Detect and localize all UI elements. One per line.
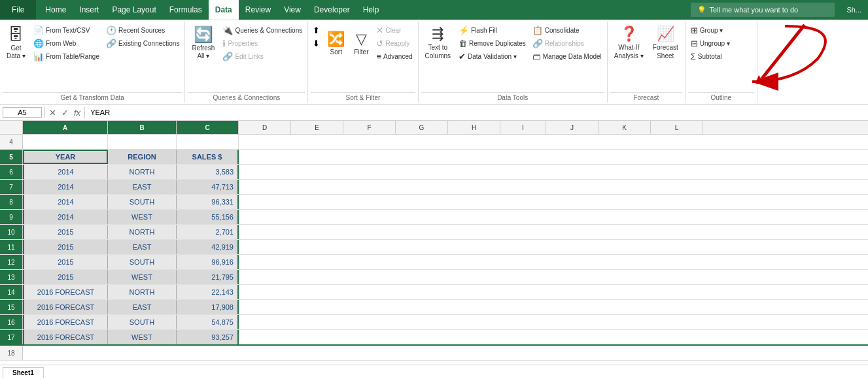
recent-sources-button[interactable]: 🕐 Recent Sources [103,24,182,37]
cell-B17[interactable]: WEST [108,330,177,344]
menu-formulas[interactable]: Formulas [163,0,209,20]
cell-B5[interactable]: REGION [108,150,177,164]
confirm-icon[interactable]: ✓ [60,108,70,118]
menu-review[interactable]: Review [239,0,277,20]
col-header-G[interactable]: G [396,121,448,134]
what-if-button[interactable]: ❓ What-IfAnalysis ▾ [610,22,648,64]
col-header-H[interactable]: H [448,121,500,134]
cell-B11[interactable]: EAST [108,240,177,254]
get-data-button[interactable]: 🗄 GetData ▾ [3,22,29,64]
menu-help[interactable]: Help [356,0,386,20]
cell-B7[interactable]: EAST [108,180,177,194]
menu-developer[interactable]: Developer [307,0,356,20]
cell-C15[interactable]: 17,908 [177,300,239,314]
cell-B12[interactable]: SOUTH [108,255,177,269]
tell-me-box[interactable]: 💡 Tell me what you want to do [691,3,835,17]
sort-az-button[interactable]: ⬆ [311,24,322,37]
cell-A4[interactable] [23,135,108,149]
file-button[interactable]: File [0,0,36,20]
cell-C13[interactable]: 21,795 [177,270,239,284]
cell-A5[interactable]: YEAR [23,150,108,164]
consolidate-button[interactable]: 📋 Consolidate [530,24,604,37]
cell-C12[interactable]: 96,916 [177,255,239,269]
cell-A7[interactable]: 2014 [23,180,108,194]
clear-button[interactable]: ✕ Clear [373,24,415,37]
cell-B15[interactable]: EAST [108,300,177,314]
edit-links-button[interactable]: 🔗 Edit Links [220,50,305,63]
menu-data[interactable]: Data [209,0,239,20]
cell-A6[interactable]: 2014 [23,165,108,179]
reapply-button[interactable]: ↺ Reapply [373,37,415,50]
from-web-button[interactable]: 🌐 From Web [31,37,102,50]
ungroup-button[interactable]: ⊟ Ungroup ▾ [688,37,733,50]
sort-za-button[interactable]: ⬇ [311,37,322,50]
cell-A11[interactable]: 2015 [23,240,108,254]
cell-C7[interactable]: 47,713 [177,180,239,194]
filter-button[interactable]: ▽ Filter [350,22,372,64]
name-box[interactable] [3,107,42,118]
cell-B10[interactable]: NORTH [108,225,177,239]
sheet-tab-sheet1[interactable]: Sheet1 [3,367,44,378]
text-to-columns-button[interactable]: ⇶ Text toColumns [421,22,455,64]
cell-B8[interactable]: SOUTH [108,195,177,209]
cell-C17[interactable]: 93,257 [177,330,239,344]
cell-C6[interactable]: 3,583 [177,165,239,179]
col-header-J[interactable]: J [546,121,599,134]
cell-A16[interactable]: 2016 FORECAST [23,315,108,329]
cell-B4[interactable] [108,135,177,149]
sort-button[interactable]: 🔀 Sort [323,22,349,64]
refresh-all-button[interactable]: 🔄 RefreshAll ▾ [188,22,218,64]
col-header-L[interactable]: L [651,121,703,134]
cell-C4[interactable] [177,135,239,149]
cell-C14[interactable]: 22,143 [177,285,239,299]
subtotal-button[interactable]: Σ Subtotal [688,50,733,63]
advanced-button[interactable]: ≡ Advanced [373,50,415,63]
cell-A17[interactable]: 2016 FORECAST [23,330,108,344]
col-header-B[interactable]: B [108,121,177,134]
flash-fill-button[interactable]: ⚡ Flash Fill [456,24,529,37]
col-header-F[interactable]: F [343,121,396,134]
cell-A13[interactable]: 2015 [23,270,108,284]
cell-C9[interactable]: 55,156 [177,210,239,224]
from-text-csv-button[interactable]: 📄 From Text/CSV [31,24,102,37]
cell-A9[interactable]: 2014 [23,210,108,224]
cell-C10[interactable]: 2,701 [177,225,239,239]
cell-B13[interactable]: WEST [108,270,177,284]
col-header-C[interactable]: C [177,121,239,134]
cell-C16[interactable]: 54,875 [177,315,239,329]
relationships-button[interactable]: 🔗 Relationships [530,37,604,50]
menu-insert[interactable]: Insert [73,0,105,20]
cell-B14[interactable]: NORTH [108,285,177,299]
cell-A14[interactable]: 2016 FORECAST [23,285,108,299]
forecast-sheet-button[interactable]: 📈 ForecastSheet [649,22,682,64]
cancel-icon[interactable]: ✕ [48,108,58,118]
data-validation-button[interactable]: ✔ Data Validation ▾ [456,50,529,63]
group-button[interactable]: ⊞ Group ▾ [688,24,733,37]
from-table-range-button[interactable]: 📊 From Table/Range [31,50,102,63]
col-header-I[interactable]: I [500,121,546,134]
cell-A10[interactable]: 2015 [23,225,108,239]
menu-home[interactable]: Home [39,0,73,20]
cell-C11[interactable]: 42,919 [177,240,239,254]
remove-dup-button[interactable]: 🗑 Remove Duplicates [456,37,529,50]
cell-C5[interactable]: SALES $ [177,150,239,164]
cell-B16[interactable]: SOUTH [108,315,177,329]
function-icon[interactable]: fx [73,108,82,118]
formula-input[interactable] [88,108,865,117]
col-header-K[interactable]: K [599,121,651,134]
menu-page-layout[interactable]: Page Layout [105,0,162,20]
properties-button[interactable]: ℹ Properties [220,37,305,50]
cell-C8[interactable]: 96,331 [177,195,239,209]
existing-connections-button[interactable]: 🔗 Existing Connections [103,37,182,50]
queries-connections-button[interactable]: 🔌 Queries & Connections [220,24,305,37]
cell-A8[interactable]: 2014 [23,195,108,209]
cell-A12[interactable]: 2015 [23,255,108,269]
manage-data-model-button[interactable]: 🗃 Manage Data Model [530,50,604,63]
menu-view[interactable]: View [277,0,307,20]
cell-B9[interactable]: WEST [108,210,177,224]
col-header-D[interactable]: D [239,121,291,134]
cell-B6[interactable]: NORTH [108,165,177,179]
col-header-E[interactable]: E [291,121,343,134]
cell-A15[interactable]: 2016 FORECAST [23,300,108,314]
col-header-A[interactable]: A [23,121,108,134]
